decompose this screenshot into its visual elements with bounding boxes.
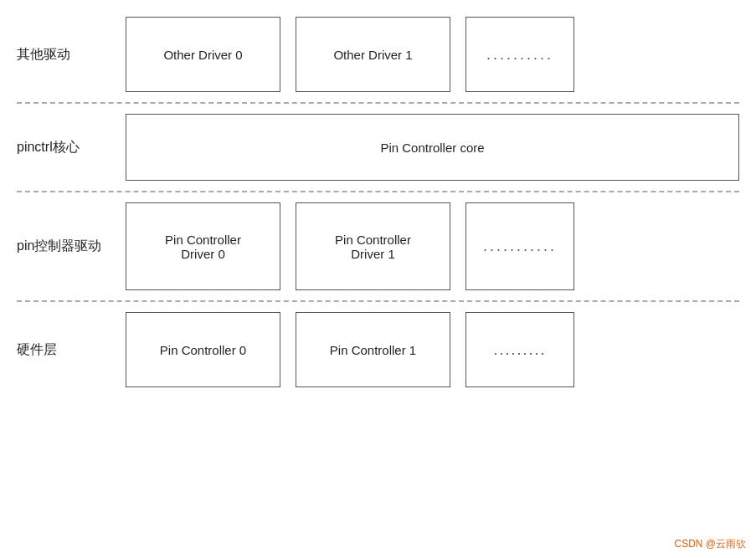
other-driver-1-box: Other Driver 1 [296, 17, 450, 92]
pin-controller-driver-content: Pin ControllerDriver 0 Pin ControllerDri… [126, 202, 739, 290]
watermark: CSDN @云雨欤 [674, 537, 746, 551]
pin-controller-driver-1-box: Pin ControllerDriver 1 [296, 202, 450, 290]
other-driver-0-box: Other Driver 0 [126, 17, 280, 92]
pinctrl-core-content: Pin Controller core [126, 114, 739, 181]
separator-3 [17, 300, 739, 302]
other-drivers-content: Other Driver 0 Other Driver 1 .......... [126, 17, 739, 92]
pin-controller-driver-dots-box: ........... [465, 202, 574, 290]
other-drivers-label: 其他驱动 [17, 46, 126, 64]
hardware-section: 硬件层 Pin Controller 0 Pin Controller 1 ..… [17, 304, 739, 396]
pin-controller-driver-0-box: Pin ControllerDriver 0 [126, 202, 280, 290]
pin-controller-dots-box: ......... [465, 312, 574, 387]
pin-controller-core-box: Pin Controller core [126, 114, 739, 181]
hardware-content: Pin Controller 0 Pin Controller 1 ......… [126, 312, 739, 387]
pin-controller-0-box: Pin Controller 0 [126, 312, 280, 387]
hardware-label: 硬件层 [17, 341, 126, 359]
separator-2 [17, 191, 739, 192]
diagram: 其他驱动 Other Driver 0 Other Driver 1 .....… [0, 0, 756, 558]
pinctrl-core-label: pinctrl核心 [17, 139, 126, 156]
other-drivers-section: 其他驱动 Other Driver 0 Other Driver 1 .....… [17, 8, 739, 100]
pinctrl-core-section: pinctrl核心 Pin Controller core [17, 105, 739, 189]
pin-controller-1-box: Pin Controller 1 [296, 312, 450, 387]
separator-1 [17, 102, 739, 104]
other-driver-dots-box: .......... [465, 17, 574, 92]
pin-controller-driver-label: pin控制器驱动 [17, 238, 126, 255]
pin-controller-driver-section: pin控制器驱动 Pin ControllerDriver 0 Pin Cont… [17, 194, 739, 299]
